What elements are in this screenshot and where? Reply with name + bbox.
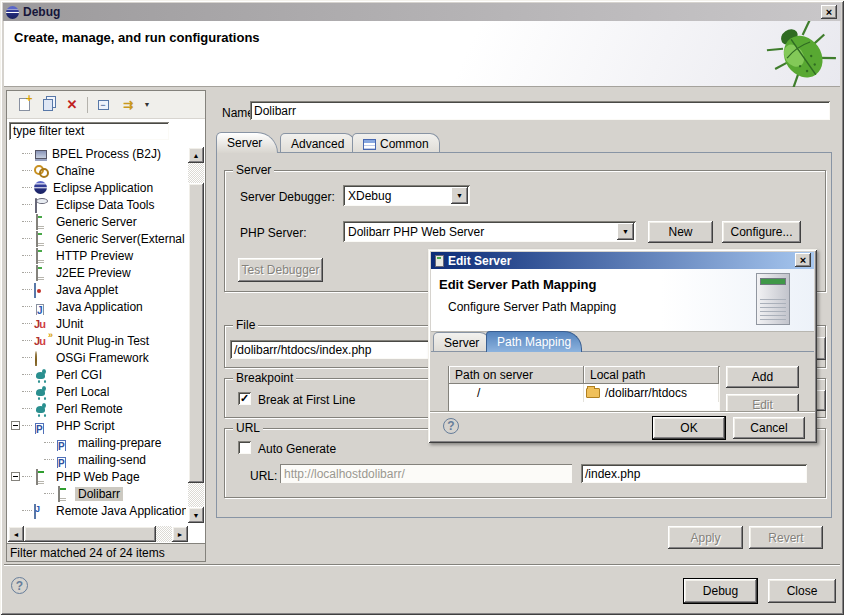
- php-server-select[interactable]: Dolibarr PHP Web Server ▼: [343, 221, 636, 242]
- scroll-up-button[interactable]: ▲: [188, 147, 204, 163]
- horizontal-scroll-thumb[interactable]: [24, 526, 156, 542]
- table-cell-local-path[interactable]: /dolibarr/htdocs: [584, 384, 719, 402]
- configure-button[interactable]: Configure...: [722, 221, 801, 243]
- tab-advanced[interactable]: Advanced: [280, 133, 355, 154]
- file-value: /dolibarr/htdocs/index.php: [234, 343, 371, 357]
- tree-item-php-script[interactable]: PPHP Script: [8, 417, 186, 434]
- debug-button[interactable]: Debug: [684, 579, 757, 603]
- help-icon: ?: [447, 419, 454, 433]
- tree-item-osgi-framework[interactable]: OSGi Framework: [8, 349, 186, 366]
- filter-launch-button[interactable]: ⇉: [117, 96, 137, 114]
- scroll-left-button[interactable]: ◄: [8, 526, 24, 542]
- tree-item-eclipse-application[interactable]: Eclipse Application: [8, 179, 186, 196]
- tree-item-perl-remote[interactable]: Perl Remote: [8, 400, 186, 417]
- add-mapping-button[interactable]: Add: [726, 366, 799, 388]
- tree-item-mailing-send[interactable]: Pmailing-send: [8, 451, 186, 468]
- new-icon: [19, 98, 30, 111]
- collapse-expander[interactable]: [11, 421, 20, 430]
- scroll-right-button[interactable]: ►: [172, 526, 188, 542]
- php-server-label: PHP Server:: [240, 226, 306, 240]
- table-cell-path-on-server[interactable]: /: [449, 384, 584, 402]
- tab-server[interactable]: Server: [216, 132, 278, 153]
- tree-item-eclipse-data-tools[interactable]: Eclipse Data Tools: [8, 196, 186, 213]
- tree-item-dolibarr[interactable]: Dolibarr: [8, 485, 186, 502]
- tree-item-mailing-prepare[interactable]: Pmailing-prepare: [8, 434, 186, 451]
- dialog-title: Edit Server: [448, 254, 511, 268]
- tree-item-generic-server-external[interactable]: Generic Server(External La: [8, 230, 186, 247]
- path-mapping-table: Path on server Local path / /dolibarr/ht…: [448, 366, 720, 411]
- close-icon: ×: [826, 7, 832, 18]
- duplicate-configuration-button[interactable]: [38, 96, 58, 114]
- eclipse-logo-icon: [6, 6, 19, 19]
- new-server-button[interactable]: New: [648, 221, 713, 243]
- dialog-titlebar: Edit Server: [431, 252, 814, 269]
- tree-item-perl-local[interactable]: Perl Local: [8, 383, 186, 400]
- tree-item-chaine[interactable]: Chaîne: [8, 162, 186, 179]
- breakpoint-group-legend: Breakpoint: [233, 371, 296, 385]
- tree-item-remote-java-application[interactable]: Remote Java Application: [8, 502, 186, 519]
- break-first-line-label: Break at First Line: [258, 393, 355, 407]
- perl-icon: [34, 402, 50, 416]
- type-filter-input[interactable]: type filter text: [9, 122, 169, 140]
- chain-icon: [34, 164, 50, 178]
- php-icon: P: [57, 440, 66, 452]
- tree-item-php-web-page[interactable]: PHP Web Page: [8, 468, 186, 485]
- remote-java-icon: [34, 504, 36, 520]
- database-icon: [35, 198, 37, 214]
- server-debugger-value: XDebug: [343, 189, 449, 203]
- url-label: URL:: [250, 469, 277, 483]
- check-icon: ✓: [240, 392, 249, 405]
- filter-icon: ⇉: [123, 98, 131, 112]
- column-header-local-path[interactable]: Local path: [584, 366, 719, 384]
- base-url-value: http://localhostdolibarr/: [284, 467, 405, 481]
- close-button[interactable]: Close: [768, 579, 836, 603]
- junit-plugin-icon: Ju: [34, 334, 50, 348]
- tree-item-java-application[interactable]: JJava Application: [8, 298, 186, 315]
- java-applet-icon: [34, 283, 36, 299]
- combo-arrow-icon[interactable]: ▼: [617, 223, 634, 240]
- server-icon: [36, 248, 38, 265]
- ok-button[interactable]: OK: [653, 417, 725, 439]
- collapse-all-button[interactable]: −: [93, 96, 113, 114]
- delete-configuration-button[interactable]: ✕: [62, 96, 82, 114]
- dialog-close-button[interactable]: ×: [795, 253, 811, 267]
- vertical-scroll-thumb[interactable]: [188, 183, 204, 483]
- auto-generate-label: Auto Generate: [258, 442, 336, 456]
- configurations-toolbar: ✕ − ⇉ ▼: [7, 91, 205, 119]
- toolbar-menu-button[interactable]: ▼: [141, 96, 153, 114]
- tree-item-java-applet[interactable]: Java Applet: [8, 281, 186, 298]
- column-header-path-on-server[interactable]: Path on server: [449, 366, 584, 384]
- tree-item-junit-plugin-test[interactable]: JuJUnit Plug-in Test: [8, 332, 186, 349]
- cancel-button[interactable]: Cancel: [733, 417, 805, 439]
- help-button[interactable]: ?: [11, 577, 28, 594]
- dialog-tab-path-mapping[interactable]: Path Mapping: [486, 331, 582, 352]
- perl-icon: [34, 368, 50, 382]
- tree-item-j2ee-preview[interactable]: J2EE Preview: [8, 264, 186, 281]
- server-debugger-select[interactable]: XDebug ▼: [343, 185, 470, 206]
- tree-item-perl-cgi[interactable]: Perl CGI: [8, 366, 186, 383]
- combo-arrow-icon[interactable]: ▼: [451, 187, 468, 204]
- window-titlebar: Debug: [3, 3, 841, 21]
- tree-item-bpel-process[interactable]: BPEL Process (B2J): [8, 145, 186, 162]
- tree-item-junit[interactable]: JuJUnit: [8, 315, 186, 332]
- name-input[interactable]: Dolibarr: [250, 101, 830, 120]
- url-path-input[interactable]: /index.php: [581, 464, 807, 483]
- scroll-up-icon: ▲: [193, 152, 200, 159]
- server-debugger-label: Server Debugger:: [240, 190, 335, 204]
- window-close-button[interactable]: ×: [821, 5, 837, 19]
- tab-common[interactable]: Common: [352, 133, 440, 154]
- dialog-help-button[interactable]: ?: [443, 418, 459, 434]
- dialog-tab-server[interactable]: Server: [433, 332, 490, 352]
- tree-item-http-preview[interactable]: HTTP Preview: [8, 247, 186, 264]
- url-group-legend: URL: [233, 421, 263, 435]
- base-url-input: http://localhostdolibarr/: [280, 464, 572, 483]
- auto-generate-checkbox[interactable]: [238, 441, 251, 454]
- name-value: Dolibarr: [254, 104, 296, 118]
- debug-window: Debug × Create, manage, and run configur…: [0, 0, 844, 615]
- scroll-right-icon: ►: [177, 531, 184, 538]
- new-configuration-button[interactable]: [14, 96, 34, 114]
- scroll-down-button[interactable]: ▼: [188, 507, 204, 523]
- break-first-line-checkbox[interactable]: ✓: [238, 392, 251, 405]
- collapse-expander[interactable]: [11, 472, 20, 481]
- tree-item-generic-server[interactable]: Generic Server: [8, 213, 186, 230]
